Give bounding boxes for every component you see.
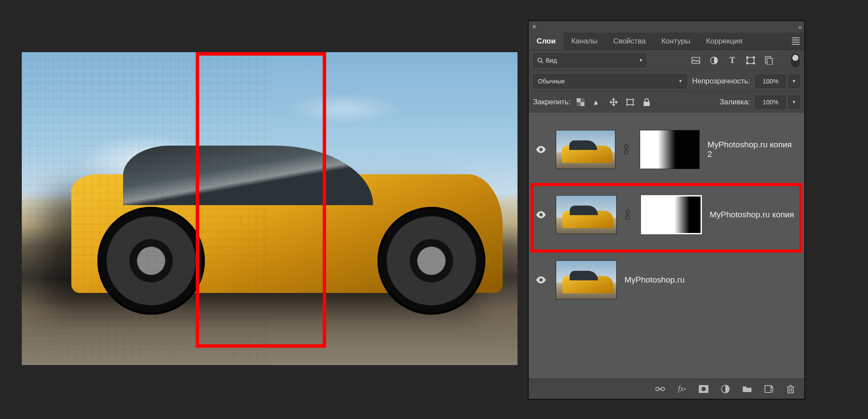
filter-adjust-icon[interactable] (709, 56, 719, 65)
svg-rect-13 (581, 102, 584, 106)
link-icon[interactable] (624, 210, 633, 220)
opacity-value[interactable]: 100% (755, 75, 786, 88)
layer-row[interactable]: MyPhotoshop.ru (529, 252, 804, 308)
layer-thumb[interactable] (556, 260, 617, 299)
delete-icon[interactable] (786, 384, 795, 394)
blend-mode-dropdown[interactable]: Обычные ▾ (533, 74, 687, 88)
svg-rect-7 (746, 63, 748, 64)
layer-list: MyPhotoshop.ru копия 2 MyPhotoshop.ru ко… (529, 113, 804, 379)
svg-line-1 (541, 61, 543, 63)
visibility-icon[interactable] (536, 146, 548, 153)
layer-filter-dropdown[interactable]: Вид ▾ (533, 53, 646, 67)
blend-row: Обычные ▾ Непрозрачность: 100% ▾ (529, 71, 804, 92)
svg-rect-6 (753, 57, 755, 58)
svg-rect-12 (577, 98, 581, 102)
layer-mask-thumb[interactable] (641, 195, 702, 234)
lock-transparent-icon[interactable] (576, 97, 585, 107)
filter-shape-icon[interactable] (746, 56, 755, 65)
chevron-down-icon: ▾ (640, 57, 642, 63)
fx-icon[interactable]: fx▾ (677, 384, 687, 394)
layer-filter-row: Вид ▾ T (529, 50, 804, 71)
opacity-chevron[interactable]: ▾ (788, 75, 800, 88)
svg-rect-19 (644, 102, 650, 106)
tab-adjustments[interactable]: Коррекция (698, 33, 750, 50)
layer-thumb[interactable] (556, 130, 616, 169)
lock-position-icon[interactable] (609, 97, 618, 107)
chevron-down-icon: ▾ (679, 78, 682, 84)
tab-layers[interactable]: Слои (529, 33, 564, 50)
layer-mask-thumb[interactable] (640, 130, 700, 169)
svg-rect-14 (627, 100, 633, 105)
adjustment-layer-icon[interactable] (721, 384, 730, 394)
fill-value[interactable]: 100% (755, 96, 786, 109)
panel-titlebar: × « (529, 21, 804, 33)
layer-row[interactable]: MyPhotoshop.ru копия 2 (529, 121, 804, 178)
svg-rect-10 (767, 58, 772, 65)
wheel-front (377, 207, 485, 315)
tab-paths[interactable]: Контуры (654, 33, 698, 50)
pixelated-overlay (22, 52, 270, 365)
filter-toggle[interactable] (791, 53, 800, 67)
fill-chevron[interactable]: ▾ (788, 96, 800, 109)
lock-all-icon[interactable] (642, 97, 651, 107)
svg-point-0 (538, 58, 542, 62)
link-layers-icon[interactable] (655, 384, 665, 394)
blend-mode-value: Обычные (538, 78, 565, 85)
filter-label: Вид (546, 57, 557, 64)
layer-name[interactable]: MyPhotoshop.ru (624, 275, 684, 285)
collapse-icon[interactable]: « (798, 23, 801, 30)
layer-name[interactable]: MyPhotoshop.ru копия (710, 210, 794, 219)
canvas-image (22, 52, 517, 365)
layer-name[interactable]: MyPhotoshop.ru копия 2 (708, 140, 797, 159)
layer-thumb[interactable] (556, 195, 617, 234)
panel-menu-icon[interactable] (792, 37, 800, 45)
layer-row[interactable]: MyPhotoshop.ru копия (529, 186, 804, 243)
visibility-icon[interactable] (536, 211, 548, 218)
layers-footer: fx▾ (529, 379, 804, 399)
svg-rect-33 (788, 387, 793, 393)
filter-type-icon[interactable]: T (728, 56, 737, 65)
fill-label: Заливка: (720, 98, 750, 106)
opacity-label: Непрозрачность: (692, 77, 750, 86)
lock-row: Закрепить: Заливка: 100% ▾ (529, 92, 804, 113)
lock-artboard-icon[interactable] (625, 97, 635, 107)
link-icon[interactable] (623, 144, 632, 155)
close-icon[interactable]: × (532, 23, 536, 31)
svg-rect-5 (746, 57, 748, 58)
document-canvas[interactable] (22, 52, 517, 365)
tab-channels[interactable]: Каналы (564, 33, 605, 50)
svg-rect-32 (765, 386, 771, 392)
add-mask-icon[interactable] (699, 384, 708, 394)
layers-panel: × « Слои Каналы Свойства Контуры Коррекц… (528, 21, 805, 399)
svg-rect-8 (753, 63, 755, 64)
visibility-icon[interactable] (536, 276, 548, 283)
filter-pixel-icon[interactable] (691, 56, 701, 65)
tab-properties[interactable]: Свойства (605, 33, 654, 50)
lock-label: Закрепить: (533, 98, 571, 106)
search-icon (537, 57, 543, 63)
lock-pixels-icon[interactable] (592, 97, 602, 107)
new-layer-icon[interactable] (764, 384, 774, 394)
panel-tabs: Слои Каналы Свойства Контуры Коррекция (529, 33, 804, 50)
filter-smart-icon[interactable] (764, 56, 774, 65)
group-icon[interactable] (742, 384, 752, 394)
svg-point-30 (701, 387, 706, 391)
